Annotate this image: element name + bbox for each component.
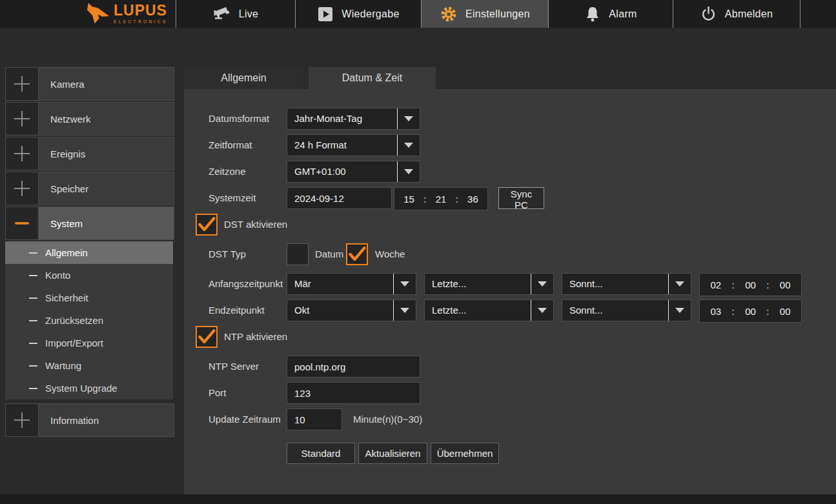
minutes-value[interactable]: 00 [745,306,756,317]
sidebar-group-label: Kamera [39,68,174,100]
anfang-woche-select[interactable]: Letzte... [424,273,554,295]
endzeitpunkt-label: Endzeitpunkt [209,299,265,321]
nav-item-label: Alarm [609,8,637,20]
hours-value[interactable]: 02 [710,279,721,290]
ende-time-field[interactable]: 03 : 00 : 00 [699,299,802,323]
minutes-value[interactable]: 21 [436,194,447,205]
expand-toggle[interactable] [6,103,39,135]
sidebar-group-ereignis[interactable]: Ereignis [5,137,174,170]
zeitformat-value: 24 h Format [287,135,397,156]
systemzeit-time-field[interactable]: 15 : 21 : 36 [394,187,488,210]
ntp-server-label: NTP Server [209,356,259,378]
expand-toggle[interactable] [6,172,39,205]
anfang-tag-value: Sonnt... [562,274,668,294]
sidebar-group-label: Ereignis [39,137,174,170]
uebernehmen-button[interactable]: Übernehmen [431,443,499,464]
dropdown-arrow-zone[interactable] [393,274,416,294]
sidebar-group-label: System [39,207,174,239]
nav-item-wiedergabe[interactable]: Wiedergabe [295,0,422,28]
dropdown-arrow-zone[interactable] [531,300,553,321]
update-zeitraum-input[interactable] [287,408,342,430]
dropdown-arrow-zone[interactable] [668,300,691,321]
expand-toggle[interactable] [6,404,39,436]
plus-icon [14,76,30,92]
dst-typ-datum-checkbox[interactable] [287,243,309,265]
zeitformat-select[interactable]: 24 h Format [287,134,420,156]
sidebar-group-speicher[interactable]: Speicher [5,172,174,205]
seconds-value[interactable]: 00 [780,279,791,290]
sidebar-item-import-export[interactable]: Import/Export [5,332,173,354]
dash-icon [29,343,37,344]
seconds-value[interactable]: 36 [467,194,478,205]
hours-value[interactable]: 03 [710,306,721,317]
dropdown-arrow-zone[interactable] [668,274,691,294]
nav-item-alarm[interactable]: Alarm [548,0,673,28]
ende-monat-value: Okt [287,300,393,321]
dst-aktivieren-checkbox[interactable] [196,214,218,236]
sidebar-item-konto[interactable]: Konto [5,264,173,287]
systemzeit-label: Systemzeit [209,187,256,209]
dropdown-arrow-zone[interactable] [397,161,420,182]
ende-tag-select[interactable]: Sonnt... [562,299,691,321]
anfang-time-field[interactable]: 02 : 00 : 00 [699,273,802,296]
minutes-value[interactable]: 00 [745,279,756,290]
port-input[interactable] [287,382,420,404]
ende-woche-select[interactable]: Letzte... [424,299,554,321]
sidebar-item-sicherheit[interactable]: Sicherheit [5,287,173,309]
port-label: Port [209,382,227,404]
sidebar-item-label: Sicherheit [45,292,88,303]
logo-text: LUPUS ELECTRONICS [114,3,168,25]
dropdown-arrow-zone[interactable] [531,274,553,294]
dash-icon [29,388,37,389]
seconds-value[interactable]: 00 [780,306,791,317]
update-zeitraum-suffix: Minute(n)(0~30) [353,408,422,430]
sidebar-group-label: Netzwerk [39,103,174,135]
sidebar-item-system-upgrade[interactable]: System Upgrade [5,377,173,399]
anfang-tag-select[interactable]: Sonnt... [562,273,691,295]
sidebar-item-label: Wartung [45,360,81,371]
datumsformat-label: Datumsformat [209,108,269,130]
logo-subtitle: ELECTRONICS [114,20,168,25]
sidebar-group-system[interactable]: System [5,207,174,240]
datumsformat-select[interactable]: Jahr-Monat-Tag [287,108,420,130]
nav-item-live[interactable]: Live [176,0,296,28]
ntp-aktivieren-checkbox[interactable] [196,326,218,348]
nav-item-einstellungen[interactable]: Einstellungen [421,0,549,28]
time-colon: : [423,194,426,205]
expand-toggle[interactable] [6,137,39,170]
dropdown-arrow-zone[interactable] [393,300,416,321]
dst-typ-woche-checkbox[interactable] [346,243,368,265]
system-submenu: Allgemein Konto Sicherheit Zurücksetzen … [5,241,173,399]
sidebar-item-allgemein[interactable]: Allgemein [5,241,173,264]
nav-item-abmelden[interactable]: Abmelden [673,0,800,28]
sidebar-group-netzwerk[interactable]: Netzwerk [5,102,174,136]
zeitzone-label: Zeitzone [209,161,246,183]
expand-toggle[interactable] [6,68,39,100]
dropdown-arrow-zone[interactable] [397,135,420,156]
checkmark-icon [347,245,367,264]
chevron-down-icon [538,308,547,313]
systemzeit-date-input[interactable] [287,187,392,209]
standard-button[interactable]: Standard [287,443,355,464]
dash-icon [29,365,37,367]
collapse-toggle[interactable] [6,207,39,239]
sidebar-item-wartung[interactable]: Wartung [5,354,173,377]
dash-icon [29,297,37,299]
tab-allgemein[interactable]: Allgemein [184,67,303,89]
anfang-monat-select[interactable]: Mär [287,273,416,295]
zeitzone-select[interactable]: GMT+01:00 [287,161,420,183]
time-colon: : [456,194,458,205]
dropdown-arrow-zone[interactable] [397,108,420,129]
time-colon: : [732,306,735,317]
sidebar-item-label: Allgemein [45,247,88,258]
sidebar-item-zuruecksetzen[interactable]: Zurücksetzen [5,309,173,332]
sidebar-group-information[interactable]: Information [5,403,174,437]
hours-value[interactable]: 15 [403,194,414,205]
sidebar-group-kamera[interactable]: Kamera [5,67,174,101]
sync-pc-button[interactable]: Sync PC [498,187,544,209]
aktualisieren-button[interactable]: Aktualisieren [358,443,427,464]
ende-monat-select[interactable]: Okt [287,299,416,321]
gear-icon [440,6,457,23]
ntp-server-input[interactable] [287,356,420,378]
tab-datum-zeit[interactable]: Datum & Zeit [309,67,436,89]
